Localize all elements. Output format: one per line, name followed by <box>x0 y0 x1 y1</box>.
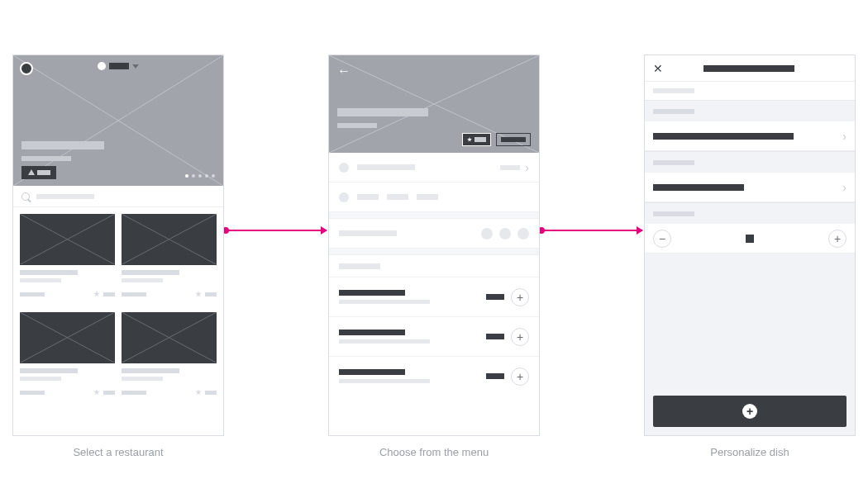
placeholder-bar <box>122 368 179 373</box>
placeholder-bar <box>339 339 430 344</box>
menu-item[interactable] <box>329 277 539 316</box>
option-section-header <box>645 100 855 121</box>
placeholder-bar <box>417 194 438 200</box>
price-placeholder <box>486 334 504 339</box>
placeholder-bar <box>653 184 744 191</box>
caption-screen-2: Choose from the menu <box>328 446 540 458</box>
circle-icon[interactable] <box>517 228 529 240</box>
carousel-dot[interactable] <box>212 174 215 178</box>
placeholder-bar <box>103 391 115 395</box>
placeholder-bar <box>122 270 179 275</box>
card-image <box>20 312 115 363</box>
card-image <box>20 214 115 265</box>
option-section-header <box>645 151 855 173</box>
placeholder-bar <box>339 379 430 383</box>
carousel-dot[interactable] <box>198 174 202 178</box>
add-to-cart-button[interactable] <box>653 396 847 427</box>
restaurant-title-placeholder <box>21 141 104 149</box>
circle-icon <box>339 192 349 202</box>
placeholder-bar <box>653 88 694 93</box>
option-row[interactable]: › <box>645 121 855 151</box>
add-button[interactable] <box>511 368 529 386</box>
placeholder-bar <box>20 292 45 296</box>
placeholder-bar <box>500 165 520 170</box>
option-row[interactable]: › <box>645 173 855 202</box>
modal-header: ✕ <box>645 55 855 82</box>
star-icon <box>93 291 100 297</box>
hero-image[interactable] <box>13 55 223 186</box>
placeholder-bar <box>387 194 408 200</box>
quantity-stepper[interactable] <box>645 224 855 254</box>
placeholder-bar <box>339 330 405 335</box>
star-icon <box>28 169 35 175</box>
placeholder-bar <box>339 290 405 296</box>
add-button[interactable] <box>511 328 529 346</box>
placeholder-bar <box>122 391 146 395</box>
info-row[interactable]: › <box>329 153 539 183</box>
close-icon[interactable]: ✕ <box>653 62 663 75</box>
placeholder-bar <box>20 377 61 381</box>
restaurant-card[interactable] <box>122 312 217 404</box>
restaurant-card[interactable] <box>20 312 115 404</box>
flow-arrow-1 <box>226 230 327 231</box>
search-icon <box>21 192 30 201</box>
arrow-head-1 <box>321 226 327 235</box>
placeholder-bar <box>103 292 115 296</box>
circle-icon[interactable] <box>499 228 511 240</box>
placeholder-bar <box>357 164 415 170</box>
menu-item[interactable] <box>329 316 539 356</box>
restaurant-card[interactable] <box>122 214 217 306</box>
carousel-dot[interactable] <box>185 174 188 178</box>
carousel-dot[interactable] <box>192 174 195 178</box>
placeholder-bar <box>205 391 217 395</box>
chevron-down-icon <box>132 64 139 69</box>
placeholder-bar <box>357 194 379 200</box>
restaurant-subtitle-placeholder <box>21 156 71 161</box>
placeholder-bar <box>653 133 794 140</box>
caption-screen-3: Personalize dish <box>644 446 856 458</box>
restaurant-card[interactable] <box>20 214 115 306</box>
info-pill[interactable] <box>496 133 531 146</box>
increment-button[interactable] <box>828 230 847 248</box>
location-dropdown[interactable] <box>98 62 139 70</box>
wireframe-screen-2: ← › <box>328 55 540 436</box>
price-placeholder <box>486 373 504 379</box>
placeholder-bar <box>37 170 50 175</box>
placeholder-bar <box>20 270 78 275</box>
decrement-button[interactable] <box>653 230 671 248</box>
wireframe-screen-3: ✕ › › <box>644 55 856 436</box>
star-icon <box>93 389 100 396</box>
info-row[interactable] <box>329 183 539 212</box>
restaurant-grid <box>13 207 223 410</box>
dish-title-placeholder <box>703 65 794 72</box>
placeholder-bar <box>122 278 163 282</box>
placeholder-bar <box>122 377 163 381</box>
placeholder-bar <box>20 278 61 282</box>
placeholder-bar <box>109 63 129 69</box>
search-bar[interactable] <box>13 186 223 207</box>
back-button[interactable]: ← <box>337 64 351 78</box>
carousel-dot[interactable] <box>205 174 208 178</box>
caption-screen-1: Select a restaurant <box>12 446 224 458</box>
placeholder-bar <box>475 137 486 142</box>
placeholder-bar <box>653 160 694 165</box>
filter-row[interactable] <box>329 219 539 249</box>
plus-circle-icon <box>742 404 757 419</box>
add-button[interactable] <box>511 288 529 306</box>
section-divider <box>329 212 539 219</box>
restaurant-title-placeholder <box>337 108 428 116</box>
placeholder-bar <box>36 194 94 199</box>
placeholder-bar <box>339 230 397 236</box>
menu-item[interactable] <box>329 356 539 396</box>
circle-icon[interactable] <box>481 228 493 240</box>
carousel-dots[interactable] <box>185 174 215 178</box>
restaurant-subtitle-placeholder <box>337 123 377 128</box>
placeholder-bar <box>653 211 694 216</box>
placeholder-bar <box>501 137 526 142</box>
rating-pill[interactable] <box>462 133 491 146</box>
circle-icon <box>339 163 349 173</box>
star-icon <box>467 137 472 142</box>
avatar-icon[interactable] <box>20 62 33 75</box>
rating-pill[interactable] <box>21 166 56 179</box>
placeholder-bar <box>205 292 217 296</box>
